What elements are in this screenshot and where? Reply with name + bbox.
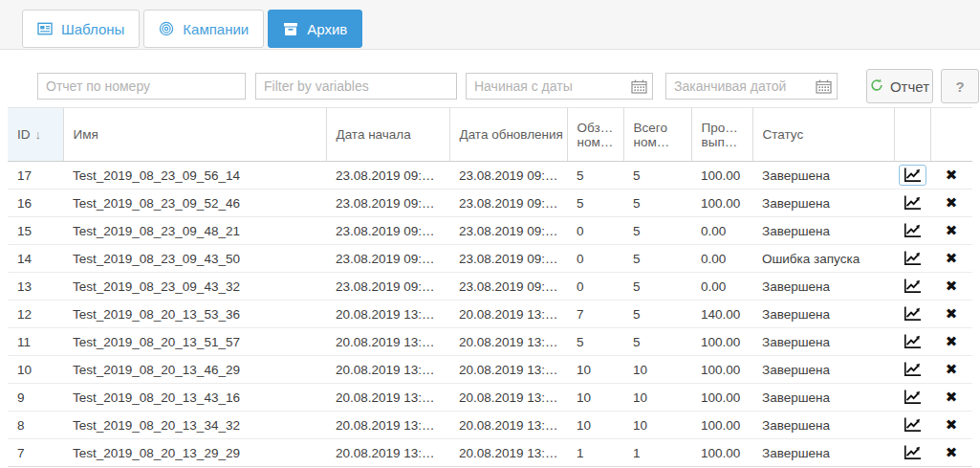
cell-id: 15 <box>8 217 63 245</box>
variables-filter-input[interactable] <box>255 73 457 100</box>
chart-button[interactable] <box>899 442 926 463</box>
delete-button[interactable]: ✖ <box>946 389 958 405</box>
cell-total: 5 <box>623 245 691 273</box>
date-to-input[interactable] <box>665 73 838 100</box>
col-header-date-update[interactable]: Дата обновления <box>449 108 567 162</box>
col-header-percent[interactable]: Про… вып… <box>691 108 752 162</box>
cell-percent: 100.00 <box>691 356 752 384</box>
delete-button[interactable]: ✖ <box>946 305 958 322</box>
chart-button[interactable] <box>899 248 926 269</box>
tab-archive[interactable]: Архив <box>268 10 362 48</box>
cell-date-start: 23.08.2019 09:… <box>326 162 449 189</box>
chart-button[interactable] <box>899 303 926 324</box>
cell-total: 5 <box>623 328 691 356</box>
line-chart-icon <box>904 167 922 183</box>
tab-templates[interactable]: Шаблоны <box>22 10 140 48</box>
cell-called: 10 <box>567 356 623 384</box>
filter-bar: Отчет ? <box>0 69 980 103</box>
table-row[interactable]: 11 Test_2019_08_20_13_51_57 20.08.2019 1… <box>8 328 972 356</box>
col-header-called-line1: Обз… <box>577 121 618 135</box>
cell-percent: 100.00 <box>691 189 752 217</box>
date-from-input[interactable] <box>466 73 653 100</box>
cell-name: Test_2019_08_23_09_52_46 <box>63 189 326 217</box>
table-row[interactable]: 15 Test_2019_08_23_09_48_21 23.08.2019 0… <box>8 217 972 245</box>
delete-button[interactable]: ✖ <box>946 278 958 294</box>
chart-button[interactable] <box>899 220 926 241</box>
cell-total: 1 <box>623 439 691 467</box>
col-header-date-start[interactable]: Дата начала <box>326 108 449 162</box>
col-header-status[interactable]: Статус <box>752 108 894 162</box>
archive-box-icon <box>283 22 298 36</box>
table-row[interactable]: 10 Test_2019_08_20_13_46_29 20.08.2019 1… <box>8 356 972 384</box>
cell-status: Завершена <box>752 328 894 356</box>
cell-total: 10 <box>623 384 691 412</box>
cell-percent: 0.00 <box>691 245 752 273</box>
delete-button[interactable]: ✖ <box>946 416 958 433</box>
delete-button[interactable]: ✖ <box>946 333 958 349</box>
table-row[interactable]: 9 Test_2019_08_20_13_43_16 20.08.2019 13… <box>8 384 972 412</box>
table-row[interactable]: 12 Test_2019_08_20_13_53_36 20.08.2019 1… <box>8 301 972 328</box>
cell-called: 10 <box>567 412 623 439</box>
chart-button[interactable] <box>899 414 926 435</box>
chart-button[interactable] <box>899 387 926 408</box>
chart-button[interactable] <box>899 165 926 186</box>
cell-name: Test_2019_08_20_13_46_29 <box>63 356 326 384</box>
col-header-called[interactable]: Обз… ном… <box>567 108 623 162</box>
delete-button[interactable]: ✖ <box>946 194 958 211</box>
delete-button[interactable]: ✖ <box>946 222 958 238</box>
cell-status: Завершена <box>752 273 894 301</box>
cell-called: 0 <box>567 273 623 301</box>
table-row[interactable]: 7 Test_2019_08_20_13_29_29 20.08.2019 13… <box>8 439 972 467</box>
col-header-name[interactable]: Имя <box>63 108 326 162</box>
table-row[interactable]: 16 Test_2019_08_23_09_52_46 23.08.2019 0… <box>8 189 972 217</box>
cell-date-update: 20.08.2019 13:… <box>449 356 567 384</box>
report-number-input[interactable] <box>37 73 246 100</box>
cell-total: 5 <box>623 273 691 301</box>
chart-button[interactable] <box>899 192 926 213</box>
table-row[interactable]: 14 Test_2019_08_23_09_43_50 23.08.2019 0… <box>8 245 972 273</box>
cell-id: 11 <box>8 328 63 356</box>
col-header-total[interactable]: Всего ном… <box>623 108 691 162</box>
report-button[interactable]: Отчет <box>866 69 933 103</box>
cell-called: 10 <box>567 384 623 412</box>
cell-name: Test_2019_08_23_09_48_21 <box>63 217 326 245</box>
line-chart-icon <box>904 417 922 433</box>
delete-button[interactable]: ✖ <box>946 250 958 266</box>
cell-id: 7 <box>8 439 63 467</box>
cell-date-update: 20.08.2019 13:… <box>449 412 567 439</box>
cell-date-start: 20.08.2019 13:… <box>326 384 449 412</box>
cell-date-update: 23.08.2019 09:… <box>449 245 567 273</box>
cell-total: 10 <box>623 356 691 384</box>
cell-percent: 0.00 <box>691 217 752 245</box>
cell-date-start: 23.08.2019 09:… <box>326 189 449 217</box>
tab-archive-label: Архив <box>307 21 347 37</box>
cell-status: Ошибка запуска <box>752 245 894 273</box>
delete-button[interactable]: ✖ <box>946 361 958 377</box>
chart-button[interactable] <box>899 331 926 352</box>
table-row[interactable]: 8 Test_2019_08_20_13_34_32 20.08.2019 13… <box>8 412 972 439</box>
cell-called: 5 <box>567 328 623 356</box>
col-header-id[interactable]: ID↓ <box>8 108 63 162</box>
cell-id: 17 <box>8 162 63 189</box>
delete-button[interactable]: ✖ <box>946 167 958 183</box>
cell-date-start: 20.08.2019 13:… <box>326 356 449 384</box>
line-chart-icon <box>904 223 922 238</box>
tab-campaigns[interactable]: Кампании <box>143 10 264 48</box>
cell-date-update: 23.08.2019 09:… <box>449 217 567 245</box>
table-row[interactable]: 17 Test_2019_08_23_09_56_14 23.08.2019 0… <box>8 162 972 189</box>
help-button-label: ? <box>955 78 964 95</box>
templates-icon <box>37 22 53 35</box>
cell-id: 13 <box>8 273 63 301</box>
cell-status: Завершена <box>752 301 894 328</box>
col-header-called-line2: ном… <box>577 135 618 149</box>
line-chart-icon <box>904 279 922 294</box>
chart-button[interactable] <box>899 276 926 297</box>
cell-id: 10 <box>8 356 63 384</box>
table-row[interactable]: 13 Test_2019_08_23_09_43_32 23.08.2019 0… <box>8 273 972 301</box>
delete-button[interactable]: ✖ <box>946 444 958 460</box>
campaigns-target-icon <box>159 21 174 36</box>
chart-button[interactable] <box>899 359 926 380</box>
help-button[interactable]: ? <box>941 69 979 103</box>
col-header-total-line1: Всего <box>634 121 686 135</box>
cell-date-update: 20.08.2019 13:… <box>449 328 567 356</box>
